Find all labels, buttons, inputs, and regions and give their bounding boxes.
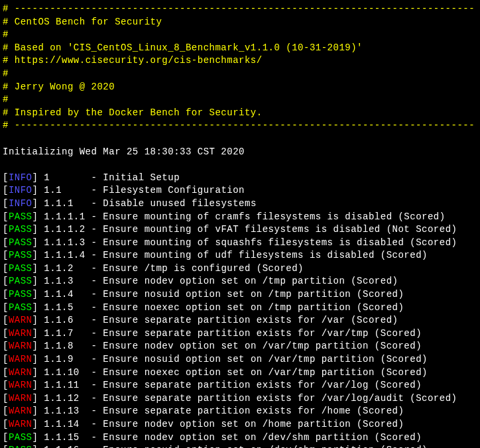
status-tag: WARN: [9, 328, 32, 339]
bracket-open: [: [3, 276, 9, 286]
bracket-open: [: [3, 367, 9, 378]
check-description: Ensure mounting of vFAT filesystems is d…: [103, 224, 457, 235]
check-description: Ensure separate partition exists for /ho…: [103, 406, 404, 416]
bracket-close: ]: [32, 276, 44, 286]
header-dashline-top: # --------------------------------------…: [3, 3, 477, 16]
check-description: Ensure separate partition exists for /va…: [103, 393, 457, 404]
check-id: 1.1.10: [44, 367, 85, 378]
check-id: 1.1.7: [44, 328, 85, 339]
check-description: Ensure separate partition exists for /va…: [103, 328, 422, 339]
separator: -: [86, 276, 103, 286]
bracket-close: ]: [32, 419, 44, 429]
check-id: 1.1.9: [44, 354, 85, 364]
check-id: 1.1.16: [44, 445, 85, 448]
check-id: 1.1: [44, 185, 85, 196]
check-id: 1.1.4: [44, 289, 85, 300]
check-description: Ensure nodev option set on /var/tmp part…: [103, 341, 422, 351]
check-description: Ensure separate partition exists for /va…: [103, 380, 422, 390]
bracket-close: ]: [32, 341, 44, 351]
check-description: Initial Setup: [103, 172, 180, 183]
separator: -: [86, 198, 103, 209]
separator: -: [86, 445, 103, 448]
check-row: [PASS] 1.1.1.2 - Ensure mounting of vFAT…: [3, 223, 477, 237]
check-description: Ensure /tmp is configured (Scored): [103, 263, 304, 274]
bracket-open: [: [3, 263, 9, 274]
status-tag: WARN: [9, 341, 32, 351]
bracket-open: [: [3, 315, 9, 325]
check-row: [WARN] 1.1.12 - Ensure separate partitio…: [3, 392, 477, 406]
bracket-open: [: [3, 172, 9, 183]
bracket-close: ]: [32, 393, 44, 404]
status-tag: WARN: [9, 393, 32, 404]
check-id: 1.1.11: [44, 380, 85, 390]
check-description: Ensure mounting of udf filesystems is di…: [103, 250, 428, 260]
header-url-line: # https://www.cisecurity.org/cis-benchma…: [3, 54, 477, 68]
bracket-open: [: [3, 393, 9, 404]
bracket-close: ]: [32, 315, 44, 325]
bracket-close: ]: [32, 289, 44, 300]
status-tag: PASS: [9, 211, 32, 222]
header-hash-line: #: [3, 68, 477, 81]
header-title-line: # CentOS Bench for Security: [3, 16, 477, 29]
status-tag: PASS: [9, 302, 32, 313]
bracket-open: [: [3, 224, 9, 235]
bracket-open: [: [3, 185, 9, 196]
check-description: Ensure noexec option set on /tmp partiti…: [103, 302, 404, 313]
bracket-open: [: [3, 354, 9, 364]
init-line: Initializing Wed Mar 25 18:30:33 CST 202…: [3, 146, 477, 159]
bracket-open: [: [3, 289, 9, 300]
status-tag: PASS: [9, 432, 32, 443]
check-description: Ensure nosuid option set on /var/tmp par…: [103, 354, 428, 364]
check-row: [PASS] 1.1.16 - Ensure nosuid option set…: [3, 444, 477, 448]
bracket-close: ]: [32, 432, 44, 443]
status-tag: WARN: [9, 315, 32, 325]
separator: -: [86, 367, 103, 378]
status-tag: WARN: [9, 419, 32, 429]
separator: -: [86, 237, 103, 248]
separator: -: [86, 289, 103, 300]
separator: -: [86, 263, 103, 274]
separator: -: [86, 172, 103, 183]
bracket-close: ]: [32, 380, 44, 390]
separator: -: [86, 432, 103, 443]
check-row: [WARN] 1.1.7 - Ensure separate partition…: [3, 327, 477, 341]
check-description: Ensure nodev option set on /tmp partitio…: [103, 276, 398, 286]
check-row: [WARN] 1.1.6 - Ensure separate partition…: [3, 314, 477, 327]
blank-line: [3, 158, 477, 172]
bracket-close: ]: [32, 354, 44, 364]
header-dashline-bottom: # --------------------------------------…: [3, 119, 477, 133]
separator: -: [86, 250, 103, 260]
check-id: 1.1.2: [44, 263, 85, 274]
header-author-line: # Jerry Wong @ 2020: [3, 81, 477, 94]
checks-list: [INFO] 1 - Initial Setup[INFO] 1.1 - Fil…: [3, 172, 477, 448]
separator: -: [86, 328, 103, 339]
check-row: [WARN] 1.1.14 - Ensure nodev option set …: [3, 418, 477, 431]
bracket-open: [: [3, 250, 9, 260]
bracket-close: ]: [32, 302, 44, 313]
bracket-close: ]: [32, 445, 44, 448]
separator: -: [86, 341, 103, 351]
bracket-open: [: [3, 380, 9, 390]
status-tag: INFO: [9, 185, 32, 196]
status-tag: WARN: [9, 354, 32, 364]
check-description: Ensure nosuid option set on /tmp partiti…: [103, 289, 404, 300]
check-row: [PASS] 1.1.4 - Ensure nosuid option set …: [3, 288, 477, 302]
status-tag: PASS: [9, 263, 32, 274]
status-tag: PASS: [9, 289, 32, 300]
bracket-open: [: [3, 237, 9, 248]
separator: -: [86, 185, 103, 196]
check-row: [WARN] 1.1.10 - Ensure noexec option set…: [3, 366, 477, 380]
check-id: 1.1.12: [44, 393, 85, 404]
check-id: 1.1.1.4: [44, 250, 85, 260]
bracket-close: ]: [32, 367, 44, 378]
check-id: 1.1.5: [44, 302, 85, 313]
bracket-close: ]: [32, 224, 44, 235]
header-based-on-line: # Based on 'CIS_CentOS_Linux_8_Benchmark…: [3, 42, 477, 55]
status-tag: PASS: [9, 250, 32, 260]
check-description: Ensure noexec option set on /var/tmp par…: [103, 367, 428, 378]
bracket-open: [: [3, 198, 9, 209]
bracket-close: ]: [32, 211, 44, 222]
check-id: 1.1.8: [44, 341, 85, 351]
check-row: [PASS] 1.1.15 - Ensure nodev option set …: [3, 431, 477, 445]
check-id: 1.1.1.1: [44, 211, 85, 222]
